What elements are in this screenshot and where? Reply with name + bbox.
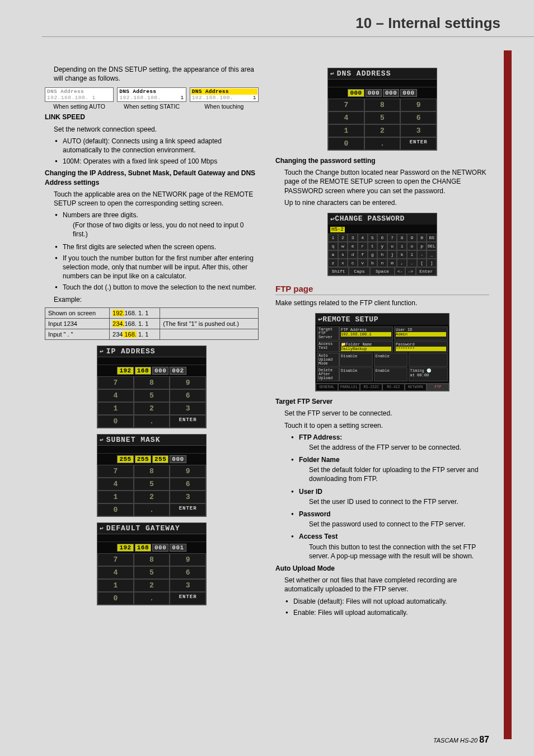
remote-field[interactable]: Password******** [394, 341, 448, 352]
keyboard-key[interactable]: r [358, 242, 368, 250]
tab-rs422[interactable]: RS-422 [382, 384, 405, 391]
keyboard-key[interactable]: u [387, 242, 397, 250]
keypad-8[interactable]: 8 [364, 99, 401, 111]
keyboard-key[interactable]: x [338, 259, 348, 267]
keypad-0[interactable]: 0 [97, 415, 134, 428]
keyboard-key[interactable]: j [387, 250, 397, 259]
ip-octet[interactable]: 000 [170, 455, 186, 463]
keypad-0[interactable]: 0 [97, 503, 134, 516]
key-enter[interactable]: Enter [416, 267, 437, 276]
keyboard-key[interactable]: m [387, 259, 397, 267]
keypad-4[interactable]: 4 [328, 111, 364, 124]
ip-octet[interactable]: 001 [170, 544, 186, 552]
keypad-2[interactable]: 2 [134, 579, 170, 592]
disable-button[interactable]: Disable [339, 353, 373, 367]
keyboard-key[interactable]: . [407, 259, 417, 267]
remote-field[interactable]: FTP Address192.168.100.1 [339, 326, 393, 340]
keypad-1[interactable]: 1 [97, 402, 134, 415]
ip-octet[interactable]: 000 [383, 89, 399, 97]
keyboard-key[interactable]: i [397, 242, 407, 250]
keyboard-key[interactable]: [ [417, 259, 427, 267]
keypad-5[interactable]: 5 [364, 111, 401, 124]
keypad-7[interactable]: 7 [97, 465, 134, 478]
keypad-7[interactable]: 7 [328, 99, 364, 111]
keypad-enter[interactable]: ENTER [170, 503, 206, 516]
keypad-5[interactable]: 5 [134, 389, 170, 402]
keyboard-key[interactable]: e [348, 242, 358, 250]
tab-rs232c[interactable]: RS-232C [360, 384, 382, 391]
keypad-6[interactable]: 6 [170, 389, 206, 402]
keypad-4[interactable]: 4 [97, 566, 134, 579]
ip-octet[interactable]: 255 [135, 455, 151, 463]
ip-octet[interactable]: 000 [152, 544, 168, 552]
keyboard-key[interactable]: d [348, 250, 358, 259]
keypad-enter[interactable]: ENTER [400, 137, 437, 150]
ip-octet[interactable]: 168 [135, 367, 151, 375]
keypad-5[interactable]: 5 [134, 478, 170, 491]
keypad-3[interactable]: 3 [170, 579, 206, 592]
keyboard-key[interactable]: ] [427, 259, 437, 267]
key-shift[interactable]: Shift [328, 267, 349, 276]
keypad-enter[interactable]: ENTER [170, 592, 206, 605]
key-space[interactable]: Space [370, 267, 395, 276]
ip-octet[interactable]: 000 [400, 89, 416, 97]
keypad-dot[interactable]: . [134, 503, 170, 516]
ip-octet[interactable]: 255 [152, 455, 168, 463]
keyboard-key[interactable]: BS [427, 234, 437, 242]
key-caps[interactable]: Caps [349, 267, 369, 276]
keyboard-key[interactable]: 9 [407, 234, 417, 242]
ip-octet[interactable]: 000 [366, 89, 382, 97]
keyboard-key[interactable]: o [407, 242, 417, 250]
tab-ftp[interactable]: FTP [427, 384, 449, 391]
keypad-1[interactable]: 1 [97, 579, 134, 592]
keypad-dot[interactable]: . [364, 137, 401, 150]
keyboard-key[interactable]: 3 [348, 234, 358, 242]
timing-field[interactable]: Timing 🕐at 00:00 [409, 367, 448, 381]
keyboard-key[interactable]: 6 [377, 234, 387, 242]
keypad-9[interactable]: 9 [170, 553, 206, 566]
tab-parallel[interactable]: PARALLEL [338, 384, 360, 391]
keyboard-key[interactable]: z [328, 259, 338, 267]
keyboard-key[interactable]: g [368, 250, 378, 259]
enable-button[interactable]: Enable [374, 353, 407, 367]
keypad-1[interactable]: 1 [328, 124, 364, 137]
keyboard-key[interactable]: 2 [338, 234, 348, 242]
keyboard-key[interactable]: y [377, 242, 387, 250]
keypad-5[interactable]: 5 [134, 566, 170, 579]
keypad-dot[interactable]: . [134, 592, 170, 605]
ip-octet[interactable]: 255 [117, 455, 133, 463]
keypad-7[interactable]: 7 [97, 553, 134, 566]
ip-octet[interactable]: 192 [117, 544, 133, 552]
keypad-0[interactable]: 0 [97, 592, 134, 605]
keyboard-key[interactable]: 1 [328, 234, 338, 242]
keypad-1[interactable]: 1 [97, 491, 134, 503]
keyboard-key[interactable]: 8 [397, 234, 407, 242]
keypad-9[interactable]: 9 [400, 99, 437, 111]
keyboard-key[interactable]: - [417, 250, 427, 259]
keyboard-key[interactable]: s [338, 250, 348, 259]
password-field[interactable]: HS-2 [330, 227, 345, 232]
keypad-6[interactable]: 6 [400, 111, 437, 124]
keyboard-key[interactable]: _ [427, 250, 437, 259]
keyboard-key[interactable]: w [338, 242, 348, 250]
keypad-3[interactable]: 3 [170, 491, 206, 503]
keyboard-key[interactable]: f [358, 250, 368, 259]
remote-field[interactable]: User IDAdmin [394, 326, 448, 340]
keypad-8[interactable]: 8 [134, 465, 170, 478]
keyboard-key[interactable]: 7 [387, 234, 397, 242]
ip-octet[interactable]: 000 [152, 367, 168, 375]
keypad-dot[interactable]: . [134, 415, 170, 428]
keypad-0[interactable]: 0 [328, 137, 364, 150]
remote-field[interactable]: 📁Folder NameDailyBackup [339, 341, 393, 352]
keypad-2[interactable]: 2 [134, 402, 170, 415]
ip-octet[interactable]: 002 [170, 367, 186, 375]
keypad-2[interactable]: 2 [134, 491, 170, 503]
tab-network[interactable]: NETWORK [405, 384, 427, 391]
keypad-3[interactable]: 3 [400, 124, 437, 137]
keyboard-key[interactable]: , [397, 259, 407, 267]
keypad-9[interactable]: 9 [170, 376, 206, 389]
remote-label[interactable]: Access Test [317, 341, 339, 352]
keypad-2[interactable]: 2 [364, 124, 401, 137]
key-left[interactable]: <- [395, 267, 405, 276]
keypad-7[interactable]: 7 [97, 376, 134, 389]
